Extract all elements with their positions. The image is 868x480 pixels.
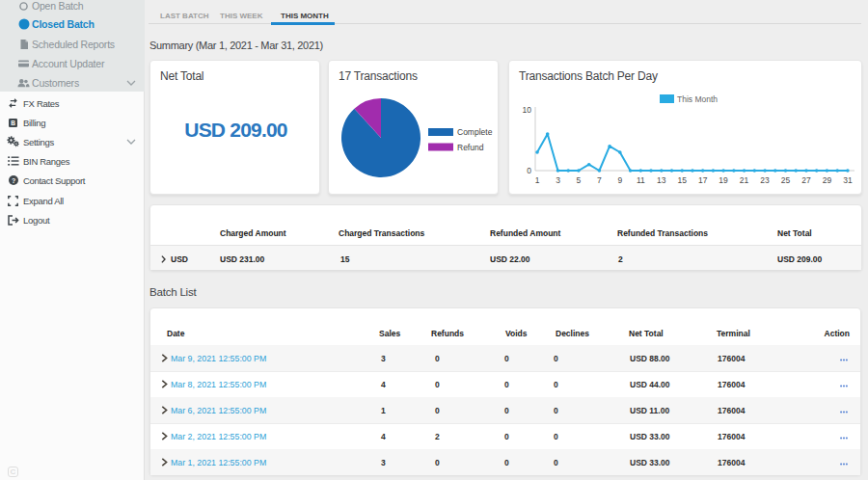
svg-text:3: 3 [556,175,560,185]
svg-text:B: B [11,120,15,126]
svg-text:Complete: Complete [457,127,493,137]
svg-text:10: 10 [523,105,532,115]
svg-text:19: 19 [719,175,728,185]
svg-text:5: 5 [577,175,582,185]
svg-text:9: 9 [617,175,622,185]
svg-text:23: 23 [760,175,770,185]
svg-text:This Month: This Month [677,94,718,104]
svg-text:17: 17 [698,175,708,185]
svg-text:?: ? [12,177,15,184]
svg-text:Refund: Refund [457,143,484,152]
svg-text:7: 7 [597,175,602,185]
svg-text:31: 31 [843,175,853,185]
svg-text:27: 27 [801,175,811,185]
svg-text:11: 11 [637,175,645,185]
svg-text:25: 25 [781,175,791,185]
svg-text:1: 1 [535,175,540,185]
svg-text:13: 13 [657,175,666,185]
svg-text:29: 29 [823,175,832,185]
svg-text:15: 15 [677,175,687,185]
svg-text:0: 0 [527,166,531,175]
svg-text:21: 21 [740,175,749,185]
